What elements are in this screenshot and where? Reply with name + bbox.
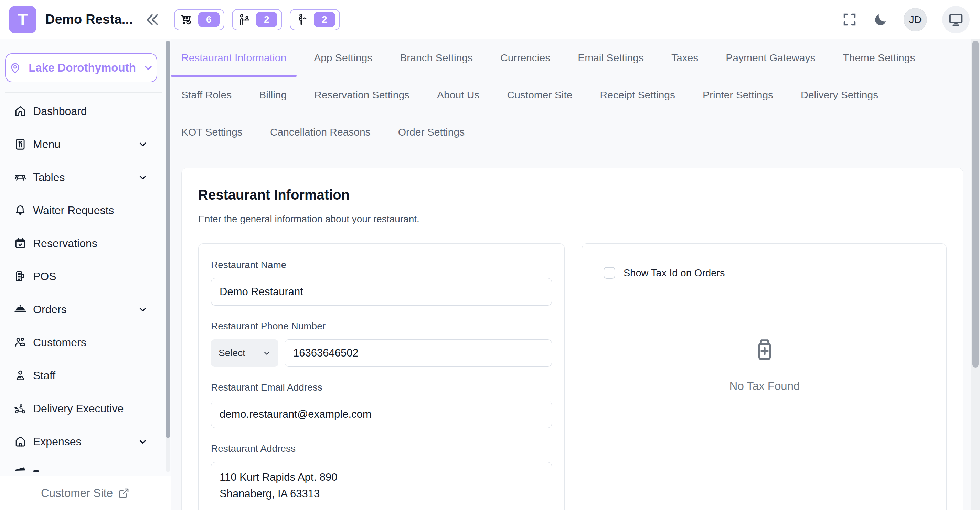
tab-staff-roles[interactable]: Staff Roles: [171, 76, 242, 113]
tab-cancellation-reasons[interactable]: Cancellation Reasons: [260, 113, 381, 151]
header-right-actions: JD: [842, 6, 971, 33]
main-scrollbar-thumb[interactable]: [972, 41, 978, 368]
chevron-down-icon: [143, 62, 154, 73]
tab-reservation-settings[interactable]: Reservation Settings: [304, 76, 420, 113]
sidebar-scrollbar[interactable]: [166, 41, 170, 472]
dark-mode-toggle[interactable]: [873, 12, 888, 27]
restaurant-email-input[interactable]: [211, 400, 552, 428]
header-badge-group: 6 2: [174, 9, 340, 30]
tab-billing[interactable]: Billing: [249, 76, 297, 113]
tax-panel: Show Tax Id on Orders No Tax Found: [582, 243, 947, 510]
panels-row: Restaurant Name Restaurant Phone Number …: [198, 243, 947, 510]
sidebar-item-customers[interactable]: Customers: [0, 326, 171, 359]
restaurant-phone-label: Restaurant Phone Number: [211, 321, 552, 332]
display-mode-button[interactable]: [942, 6, 970, 33]
delivery-badge-button[interactable]: 2: [290, 9, 340, 30]
sidebar-item-menu[interactable]: Menu: [0, 128, 171, 161]
tab-row-3: KOT Settings Cancellation Reasons Order …: [171, 113, 980, 151]
app-title: Demo Resta...: [45, 12, 133, 27]
user-icon: [14, 369, 27, 382]
tab-order-settings[interactable]: Order Settings: [388, 113, 475, 151]
monitor-icon: [948, 12, 964, 27]
location-pin-icon: [9, 61, 22, 74]
user-avatar[interactable]: JD: [904, 8, 927, 31]
tab-customer-site[interactable]: Customer Site: [496, 76, 582, 113]
sidebar-item-tables[interactable]: Tables: [0, 161, 171, 194]
menu-book-icon: [14, 138, 27, 151]
tab-receipt-settings[interactable]: Receipt Settings: [590, 76, 686, 113]
top-header: T Demo Resta... 6: [0, 0, 980, 39]
tab-payment-gateways[interactable]: Payment Gateways: [715, 39, 826, 76]
pos-terminal-icon: [14, 270, 27, 283]
sidebar-item-waiter-requests[interactable]: Waiter Requests: [0, 194, 171, 227]
sidebar-item-label: Orders: [33, 303, 67, 316]
restaurant-info-form-panel: Restaurant Name Restaurant Phone Number …: [198, 243, 565, 510]
sidebar-item-expenses[interactable]: Expenses: [0, 425, 171, 458]
show-tax-id-checkbox[interactable]: [603, 267, 615, 279]
sidebar-item-staff[interactable]: Staff: [0, 359, 171, 392]
tab-delivery-settings[interactable]: Delivery Settings: [791, 76, 888, 113]
sidebar-item-label: Reservations: [33, 237, 97, 250]
calendar-check-icon: [14, 237, 27, 250]
moon-icon: [873, 12, 888, 27]
restaurant-address-input[interactable]: 110 Kurt Rapids Apt. 890 Shanaberg, IA 6…: [211, 462, 552, 510]
tab-row-2: Staff Roles Billing Reservation Settings…: [171, 76, 980, 113]
pos-cart-badge-button[interactable]: 6: [174, 9, 224, 30]
pos-cart-count-badge: 6: [198, 12, 220, 27]
tax-add-icon: [751, 336, 778, 363]
tab-email-settings[interactable]: Email Settings: [568, 39, 654, 76]
tab-theme-settings[interactable]: Theme Settings: [832, 39, 925, 76]
fullscreen-button[interactable]: [842, 12, 858, 27]
sidebar-collapse-button[interactable]: [144, 12, 160, 27]
tab-about-us[interactable]: About Us: [427, 76, 490, 113]
show-tax-id-label: Show Tax Id on Orders: [624, 268, 725, 279]
double-chevron-left-icon: [144, 12, 160, 27]
sidebar-item-reservations[interactable]: Reservations: [0, 227, 171, 260]
main-scrollbar[interactable]: [971, 39, 980, 510]
tab-app-settings[interactable]: App Settings: [304, 39, 383, 76]
sidebar-item-pos[interactable]: POS: [0, 260, 171, 293]
app-logo[interactable]: T: [9, 6, 37, 33]
waiter-serving-icon: [295, 13, 309, 27]
tab-printer-settings[interactable]: Printer Settings: [692, 76, 784, 113]
restaurant-address-field: Restaurant Address 110 Kurt Rapids Apt. …: [211, 443, 552, 510]
restaurant-email-label: Restaurant Email Address: [211, 382, 552, 393]
restaurant-name-input[interactable]: [211, 278, 552, 306]
waiter-customer-icon: [237, 13, 251, 27]
sidebar-item-orders[interactable]: Orders: [0, 293, 171, 326]
sidebar-item-label: Waiter Requests: [33, 204, 114, 217]
chevron-down-icon: [262, 349, 271, 357]
sidebar-item-delivery-executive[interactable]: Delivery Executive: [0, 392, 171, 425]
waiter-request-badge-button[interactable]: 2: [232, 9, 282, 30]
bell-icon: [14, 204, 27, 217]
sidebar-item-label: Staff: [33, 369, 56, 382]
partial-label-fragment: [33, 470, 39, 472]
sidebar-nav: Dashboard Menu Tables Waiter Requests Re…: [0, 95, 171, 479]
branch-selector[interactable]: Lake Dorothymouth: [5, 53, 157, 82]
phone-country-code-select[interactable]: Select: [211, 339, 278, 367]
expense-house-icon: [14, 435, 27, 448]
restaurant-phone-field: Restaurant Phone Number Select: [211, 321, 552, 367]
external-link-icon: [118, 487, 130, 499]
restaurant-address-label: Restaurant Address: [211, 443, 552, 454]
sidebar-item-label: POS: [33, 270, 56, 283]
no-tax-empty-state: No Tax Found: [603, 336, 926, 393]
sidebar-item-label: Customers: [33, 336, 86, 349]
tab-currencies[interactable]: Currencies: [490, 39, 560, 76]
sidebar-item-label: Dashboard: [33, 105, 87, 118]
delivery-count-badge: 2: [314, 12, 335, 27]
tab-taxes[interactable]: Taxes: [661, 39, 708, 76]
tab-restaurant-information[interactable]: Restaurant Information: [171, 39, 297, 76]
chevron-down-icon: [138, 437, 148, 447]
settings-tabs: Restaurant Information App Settings Bran…: [171, 39, 980, 151]
restaurant-phone-input[interactable]: [285, 339, 552, 367]
tab-branch-settings[interactable]: Branch Settings: [390, 39, 483, 76]
section-subtitle: Enter the general information about your…: [198, 214, 947, 225]
users-icon: [14, 336, 27, 349]
tab-kot-settings[interactable]: KOT Settings: [171, 113, 253, 151]
cloche-icon: [14, 303, 27, 316]
customer-site-link[interactable]: Customer Site: [41, 487, 113, 500]
sidebar-item-dashboard[interactable]: Dashboard: [0, 95, 171, 128]
sidebar-scrollbar-thumb[interactable]: [166, 41, 170, 438]
fullscreen-icon: [842, 12, 858, 27]
